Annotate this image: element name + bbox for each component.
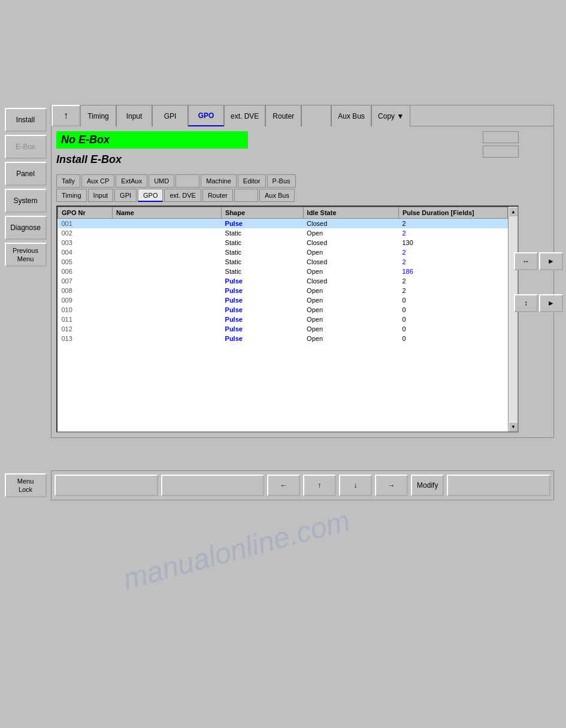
gpo-name-cell (113, 228, 222, 238)
table-row[interactable]: 008PulseOpen2 (58, 286, 508, 295)
gpo-idle-cell: Open (303, 286, 398, 295)
sub-tab-pbus[interactable]: P-Bus (267, 174, 296, 188)
table-row[interactable]: 007PulseClosed2 (58, 276, 508, 286)
table-row[interactable]: 012PulseOpen0 (58, 324, 508, 334)
sub-tab-empty1 (175, 174, 199, 188)
toolbar-left-arrow-button[interactable]: ← (267, 475, 300, 496)
sub-tab-router[interactable]: Router (202, 189, 233, 202)
sub-tab-gpo-active[interactable]: GPO (138, 189, 163, 202)
install-ebox-text: Install E-Box (56, 151, 248, 168)
gpo-name-cell (113, 219, 222, 229)
sub-tab-umd[interactable]: UMD (149, 174, 174, 188)
menu-lock-button[interactable]: MenuLock (5, 473, 47, 497)
table-row[interactable]: 001PulseClosed2 (58, 219, 508, 229)
gpo-shape-cell: Static (222, 238, 304, 247)
sub-tab-ext-dve[interactable]: ext. DVE (164, 189, 201, 202)
gpo-pulse-cell: 2 (398, 276, 507, 286)
system-button[interactable]: System (5, 189, 47, 213)
gpo-name-cell (113, 295, 222, 305)
tab-aux-bus[interactable]: Aux Bus (331, 105, 371, 126)
sub-tab-input[interactable]: Input (88, 189, 113, 202)
sub-tab-gpi[interactable]: GPI (114, 189, 137, 202)
gpo-pulse-cell: 0 (398, 334, 507, 343)
sub-tab-editor[interactable]: Editor (238, 174, 266, 188)
gpo-table-container: GPO Nr Name Shape Idle State Pulse Durat… (56, 206, 519, 433)
gpo-shape-cell: Pulse (222, 324, 304, 334)
gpo-idle-cell: Open (303, 315, 398, 324)
gpo-pulse-cell: 130 (398, 238, 507, 247)
gpo-nr-cell: 012 (58, 324, 113, 334)
toolbar-right-arrow-button[interactable]: → (375, 475, 408, 496)
diagnose-button[interactable]: Diagnose (5, 216, 47, 240)
tab-gpi[interactable]: GPI (152, 105, 188, 126)
gpo-idle-cell: Closed (303, 276, 398, 286)
table-row[interactable]: 011PulseOpen0 (58, 315, 508, 324)
sub-tab-aux-bus[interactable]: Aux Bus (259, 189, 295, 202)
gpo-pulse-cell: 0 (398, 295, 507, 305)
tab-timing[interactable]: Timing (80, 105, 116, 126)
gpo-shape-cell: Static (222, 247, 304, 257)
gpo-nr-cell: 002 (58, 228, 113, 238)
sub-tab-timing[interactable]: Timing (56, 189, 87, 202)
toolbar-up-arrow-button[interactable]: ↑ (303, 475, 336, 496)
double-right-arrow-button[interactable]: ↔ (514, 252, 538, 270)
tab-router[interactable]: Router (265, 105, 301, 126)
panel-button[interactable]: Panel (5, 162, 47, 186)
no-ebox-banner: No E-Box (56, 131, 248, 149)
sub-tab-aux-cp[interactable]: Aux CP (81, 174, 114, 188)
scrollbar[interactable]: ▲ ▼ (508, 207, 517, 431)
tab-input[interactable]: Input (116, 105, 152, 126)
gpo-idle-cell: Closed (303, 219, 398, 229)
watermark: manualonline.com (120, 504, 354, 596)
tab-ext-dve[interactable]: ext. DVE (224, 105, 265, 126)
gpo-name-cell (113, 238, 222, 247)
small-box-2 (483, 146, 519, 158)
scroll-up-button[interactable]: ▲ (509, 207, 518, 216)
modify-button[interactable]: Modify (411, 475, 444, 496)
sub-tab-tally[interactable]: Tally (56, 174, 80, 188)
tab-copy[interactable]: Copy ▼ (371, 105, 410, 126)
left-sidebar: Install E-Box Panel System Diagnose Prev… (0, 105, 51, 270)
right-step-button[interactable]: ► (539, 252, 563, 270)
sub-tab-extaux[interactable]: ExtAux (116, 174, 147, 188)
horizontal-arrow-group: ↔ ► (514, 252, 563, 270)
ebox-button[interactable]: E-Box (5, 135, 47, 159)
gpo-pulse-cell: 0 (398, 324, 507, 334)
up-arrow-button[interactable]: ↑ (52, 105, 80, 126)
content-area: No E-Box Install E-Box Tally Aux CP (51, 126, 554, 438)
down-step-button[interactable]: ► (539, 294, 563, 312)
gpo-nr-cell: 005 (58, 257, 113, 267)
sub-tab-machine[interactable]: Machine (201, 174, 237, 188)
scroll-down-button[interactable]: ▼ (509, 422, 518, 431)
vertical-arrow-group: ↕ ► (514, 294, 563, 312)
gpo-name-cell (113, 315, 222, 324)
table-row[interactable]: 013PulseOpen0 (58, 334, 508, 343)
table-row[interactable]: 010PulseOpen0 (58, 305, 508, 315)
gpo-shape-cell: Pulse (222, 334, 304, 343)
toolbar-down-arrow-button[interactable]: ↓ (339, 475, 372, 496)
table-row[interactable]: 004StaticOpen2 (58, 247, 508, 257)
gpo-idle-cell: Open (303, 305, 398, 315)
gpo-shape-cell: Pulse (222, 286, 304, 295)
table-row[interactable]: 006StaticOpen186 (58, 267, 508, 276)
sub-tabs-row-1: Tally Aux CP ExtAux UMD Machine Editor (56, 174, 519, 188)
gpo-idle-cell: Open (303, 324, 398, 334)
previous-menu-button[interactable]: Previous Menu (5, 243, 47, 267)
double-down-arrow-button[interactable]: ↕ (514, 294, 538, 312)
gpo-idle-cell: Open (303, 334, 398, 343)
table-row[interactable]: 002StaticOpen2 (58, 228, 508, 238)
gpo-shape-cell: Pulse (222, 276, 304, 286)
gpo-nr-cell: 009 (58, 295, 113, 305)
tab-gpo[interactable]: GPO (188, 105, 224, 126)
tab-empty (301, 105, 331, 126)
gpo-table-scroll[interactable]: GPO Nr Name Shape Idle State Pulse Durat… (57, 207, 508, 431)
gpo-pulse-cell: 2 (398, 247, 507, 257)
toolbar-spacer-1 (55, 475, 158, 496)
install-button[interactable]: Install (5, 108, 47, 132)
sub-tabs-row-2: Timing Input GPI GPO ext. DVE Router (56, 189, 519, 202)
table-row[interactable]: 003StaticClosed130 (58, 238, 508, 247)
table-row[interactable]: 005StaticClosed2 (58, 257, 508, 267)
gpo-idle-cell: Open (303, 247, 398, 257)
small-boxes (483, 131, 519, 158)
table-row[interactable]: 009PulseOpen0 (58, 295, 508, 305)
